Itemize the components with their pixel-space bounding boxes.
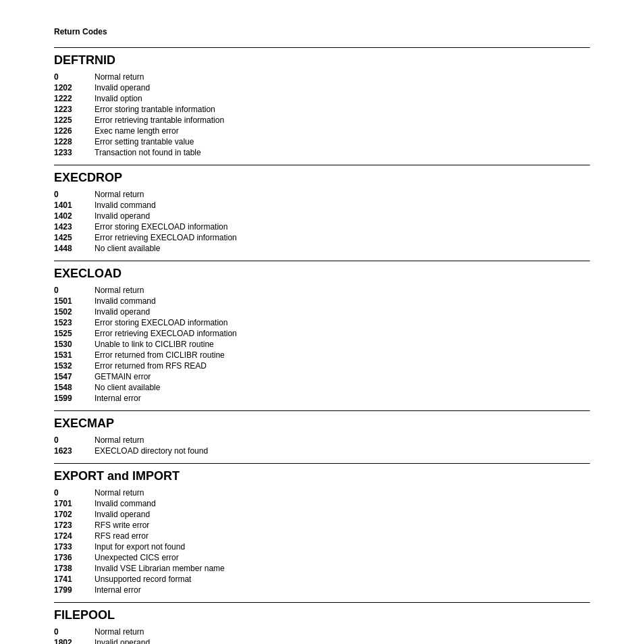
code-desc: EXECLOAD directory not found (95, 446, 590, 456)
table-row: 1723RFS write error (54, 520, 590, 531)
table-row: 1401Invalid command (54, 200, 590, 211)
code-value: 0 (54, 72, 95, 82)
code-desc: Input for export not found (95, 541, 590, 552)
code-desc: Error storing EXECLOAD information (95, 221, 590, 232)
table-row: 1228Error setting trantable value (54, 136, 590, 147)
table-row: 1531Error returned from CICLIBR routine (54, 350, 590, 360)
code-value: 1547 (54, 371, 95, 382)
code-value: 1702 (54, 509, 95, 520)
code-desc: Error storing EXECLOAD information (95, 317, 590, 328)
code-value: 1228 (54, 136, 95, 147)
code-table-execmap: 0Normal return1623EXECLOAD directory not… (54, 435, 590, 456)
code-desc: Internal error (95, 585, 590, 595)
code-desc: Unable to link to CICLIBR routine (95, 339, 590, 350)
table-row: 1423Error storing EXECLOAD information (54, 221, 590, 232)
code-value: 1701 (54, 498, 95, 509)
code-table-execdrop: 0Normal return1401Invalid command1402Inv… (54, 189, 590, 254)
code-table-deftrnid: 0Normal return1202Invalid operand1222Inv… (54, 72, 590, 158)
table-row: 1724RFS read error (54, 531, 590, 541)
table-row: 1733Input for export not found (54, 541, 590, 552)
code-desc: Normal return (95, 435, 590, 446)
table-row: 1222Invalid option (54, 93, 590, 104)
code-value: 0 (54, 435, 95, 446)
code-value: 1532 (54, 360, 95, 371)
code-value: 1502 (54, 306, 95, 317)
section-filepool: FILEPOOL0Normal return1802Invalid operan… (54, 602, 590, 644)
table-row: 1448No client available (54, 243, 590, 254)
code-value: 1226 (54, 126, 95, 136)
code-desc: Invalid operand (95, 637, 590, 644)
table-row: 0Normal return (54, 72, 590, 82)
table-row: 0Normal return (54, 285, 590, 296)
table-row: 1202Invalid operand (54, 82, 590, 93)
code-value: 1222 (54, 93, 95, 104)
code-desc: Error retrieving trantable information (95, 115, 590, 126)
code-value: 1423 (54, 221, 95, 232)
code-value: 1531 (54, 350, 95, 360)
code-value: 1501 (54, 296, 95, 306)
code-desc: Exec name length error (95, 126, 590, 136)
code-desc: Invalid command (95, 296, 590, 306)
code-desc: Invalid operand (95, 82, 590, 93)
table-row: 1701Invalid command (54, 498, 590, 509)
code-value: 1233 (54, 147, 95, 158)
table-row: 0Normal return (54, 487, 590, 498)
section-deftrnid: DEFTRNID0Normal return1202Invalid operan… (54, 47, 590, 158)
table-row: 1502Invalid operand (54, 306, 590, 317)
code-desc: Error retrieving EXECLOAD information (95, 328, 590, 339)
code-desc: Error returned from RFS READ (95, 360, 590, 371)
code-desc: Unsupported record format (95, 574, 590, 585)
code-table-execload: 0Normal return1501Invalid command1502Inv… (54, 285, 590, 404)
table-row: 0Normal return (54, 626, 590, 637)
code-value: 1802 (54, 637, 95, 644)
code-value: 1733 (54, 541, 95, 552)
section-execload: EXECLOAD0Normal return1501Invalid comman… (54, 261, 590, 404)
code-desc: Invalid VSE Librarian member name (95, 563, 590, 574)
section-title-filepool: FILEPOOL (54, 608, 590, 622)
code-desc: RFS write error (95, 520, 590, 531)
table-row: 1623EXECLOAD directory not found (54, 446, 590, 456)
table-row: 1702Invalid operand (54, 509, 590, 520)
section-title-deftrnid: DEFTRNID (54, 53, 590, 68)
code-value: 1402 (54, 211, 95, 221)
table-row: 1599Internal error (54, 393, 590, 404)
table-row: 1523Error storing EXECLOAD information (54, 317, 590, 328)
table-row: 1738Invalid VSE Librarian member name (54, 563, 590, 574)
code-value: 1401 (54, 200, 95, 211)
code-value: 1738 (54, 563, 95, 574)
code-value: 1724 (54, 531, 95, 541)
code-value: 1525 (54, 328, 95, 339)
code-desc: No client available (95, 382, 590, 393)
table-row: 1425Error retrieving EXECLOAD informatio… (54, 232, 590, 243)
code-value: 1799 (54, 585, 95, 595)
table-row: 1736Unexpected CICS error (54, 552, 590, 563)
code-desc: Internal error (95, 393, 590, 404)
code-value: 1723 (54, 520, 95, 531)
table-row: 1802Invalid operand (54, 637, 590, 644)
code-desc: RFS read error (95, 531, 590, 541)
table-row: 1548No client available (54, 382, 590, 393)
table-row: 1547GETMAIN error (54, 371, 590, 382)
code-desc: Normal return (95, 189, 590, 200)
table-row: 1226Exec name length error (54, 126, 590, 136)
section-title-execmap: EXECMAP (54, 417, 590, 431)
section-title-execdrop: EXECDROP (54, 171, 590, 185)
code-value: 0 (54, 189, 95, 200)
code-value: 0 (54, 626, 95, 637)
code-desc: Transaction not found in table (95, 147, 590, 158)
table-row: 1402Invalid operand (54, 211, 590, 221)
table-row: 1225Error retrieving trantable informati… (54, 115, 590, 126)
table-row: 1532Error returned from RFS READ (54, 360, 590, 371)
return-codes-header: Return Codes (54, 27, 590, 36)
code-desc: Normal return (95, 72, 590, 82)
code-desc: Error storing trantable information (95, 104, 590, 115)
table-row: 1223Error storing trantable information (54, 104, 590, 115)
code-desc: Error setting trantable value (95, 136, 590, 147)
code-desc: No client available (95, 243, 590, 254)
table-row: 0Normal return (54, 435, 590, 446)
code-value: 0 (54, 285, 95, 296)
code-value: 1448 (54, 243, 95, 254)
code-value: 1736 (54, 552, 95, 563)
code-desc: Normal return (95, 285, 590, 296)
code-desc: Normal return (95, 487, 590, 498)
